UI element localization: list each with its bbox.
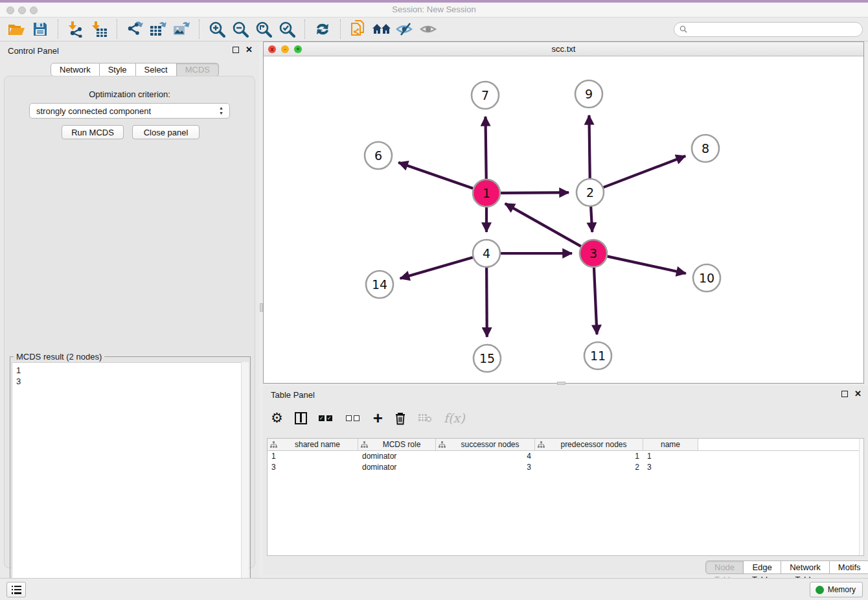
tab-network-table[interactable]: Network Table [781,560,830,574]
column-header-shared-name[interactable]: shared name [268,439,358,450]
network-minimize-button[interactable]: - [281,45,289,53]
export-image-button[interactable] [170,19,193,39]
mcds-result-text[interactable]: 1 3 [12,362,249,600]
node-label: 9 [585,87,593,101]
node-11[interactable]: 11 [584,342,611,369]
network-window-titlebar[interactable]: x - + scc.txt [264,42,863,56]
float-panel-icon[interactable] [841,391,848,397]
tab-motifs[interactable]: Motifs [830,560,868,574]
column-header-MCDS-role[interactable]: MCDS role [358,439,436,450]
clone-network-button[interactable] [347,19,370,39]
cell-MCDS-role[interactable]: dominator [358,463,436,472]
search-input[interactable] [691,25,857,34]
deselect-all-icon[interactable] [346,415,361,421]
node-9[interactable]: 9 [575,80,602,108]
edge-2-8[interactable] [604,156,686,187]
delete-column-icon[interactable] [394,411,406,425]
cell-name[interactable]: 1 [643,452,698,461]
close-panel-button[interactable]: Close panel [132,125,200,139]
optimization-criterion-select[interactable]: strongly connected component ▲ ▼ [29,103,230,119]
tab-edge-table[interactable]: Edge Table [744,560,781,574]
edge-2-9[interactable] [589,115,589,178]
table-scrollbar[interactable] [859,439,863,555]
export-table-button[interactable] [146,19,170,39]
open-file-button[interactable] [5,19,29,39]
memory-label: Memory [828,585,856,594]
cell-successor-nodes[interactable]: 3 [436,463,535,472]
node-2[interactable]: 2 [577,179,604,206]
titlebar: Session: New Session [0,3,868,17]
node-1[interactable]: 1 [473,179,500,207]
memory-button[interactable]: Memory [810,582,863,597]
cell-MCDS-role[interactable]: dominator [358,452,436,461]
hide-selected-button[interactable] [393,19,417,39]
show-all-button[interactable] [417,19,440,39]
edge-4-15[interactable] [486,268,487,337]
import-table-button[interactable] [87,19,111,39]
cell-predecessor-nodes[interactable]: 1 [535,452,643,461]
export-network-button[interactable] [123,19,146,39]
cell-name[interactable]: 3 [643,463,698,472]
table-settings-icon[interactable]: ⚙ [271,410,283,426]
network-close-button[interactable]: x [268,45,276,53]
zoom-in-button[interactable] [205,19,229,39]
mcds-result-scrollbar[interactable] [241,362,249,600]
table-row[interactable]: 1dominator411 [268,451,863,462]
network-zoom-button[interactable]: + [294,45,302,53]
show-panels-button[interactable] [6,582,26,597]
splitter-grip-vertical[interactable] [260,303,263,312]
save-session-button[interactable] [29,19,52,39]
node-3[interactable]: 3 [580,240,607,267]
node-label: 7 [481,88,489,102]
column-header-name[interactable]: name [643,439,698,450]
cell-shared-name[interactable]: 3 [268,463,358,472]
node-table-header: shared nameMCDS rolesuccessor nodesprede… [268,439,863,451]
table-row[interactable]: 3dominator323 [268,462,863,473]
node-table[interactable]: shared nameMCDS rolesuccessor nodesprede… [267,438,864,556]
close-window-button[interactable] [6,6,14,14]
node-6[interactable]: 6 [365,142,392,169]
close-panel-icon[interactable]: ✕ [854,390,862,398]
cell-shared-name[interactable]: 1 [268,452,358,461]
close-panel-icon[interactable]: ✕ [246,46,253,54]
splitter-grip-horizontal[interactable] [557,382,565,385]
zoom-selected-button[interactable] [275,19,299,39]
node-8[interactable]: 8 [692,135,719,162]
import-network-button[interactable] [64,19,87,39]
cell-predecessor-nodes[interactable]: 2 [535,463,643,472]
edge-3-1[interactable] [505,203,581,246]
node-4[interactable]: 4 [473,240,500,267]
tab-select[interactable]: Select [136,63,177,76]
edge-2-3[interactable] [591,207,592,232]
select-all-icon[interactable]: ✓✓ [319,415,334,421]
network-graph[interactable]: 7968124314101511 [264,56,863,383]
tab-network[interactable]: Network [51,63,100,76]
add-column-icon[interactable]: + [373,411,383,424]
minimize-window-button[interactable] [18,6,26,14]
float-panel-icon[interactable] [233,47,239,53]
node-7[interactable]: 7 [472,82,499,109]
first-neighbors-button[interactable] [370,19,393,39]
edge-1-2[interactable] [501,192,569,193]
edge-1-7[interactable] [485,117,486,179]
column-header-predecessor-nodes[interactable]: predecessor nodes [535,439,643,450]
edge-1-6[interactable] [398,163,473,189]
node-10[interactable]: 10 [693,264,720,292]
edge-3-11[interactable] [594,268,597,334]
search-box[interactable] [674,22,863,37]
node-14[interactable]: 14 [366,271,393,298]
tab-node-table[interactable]: Node Table [705,560,744,574]
tab-mcds[interactable]: MCDS [177,63,219,76]
split-view-icon[interactable] [295,412,307,424]
refresh-button[interactable] [311,19,334,39]
zoom-fit-button[interactable] [252,19,275,39]
column-header-successor-nodes[interactable]: successor nodes [436,439,535,450]
edge-4-14[interactable] [400,257,473,279]
node-15[interactable]: 15 [474,345,501,372]
zoom-out-button[interactable] [229,19,252,39]
run-mcds-button[interactable]: Run MCDS [62,125,124,139]
cell-successor-nodes[interactable]: 4 [436,452,535,461]
edge-3-10[interactable] [607,257,685,273]
zoom-window-button[interactable] [30,6,38,14]
tab-style[interactable]: Style [100,63,136,76]
